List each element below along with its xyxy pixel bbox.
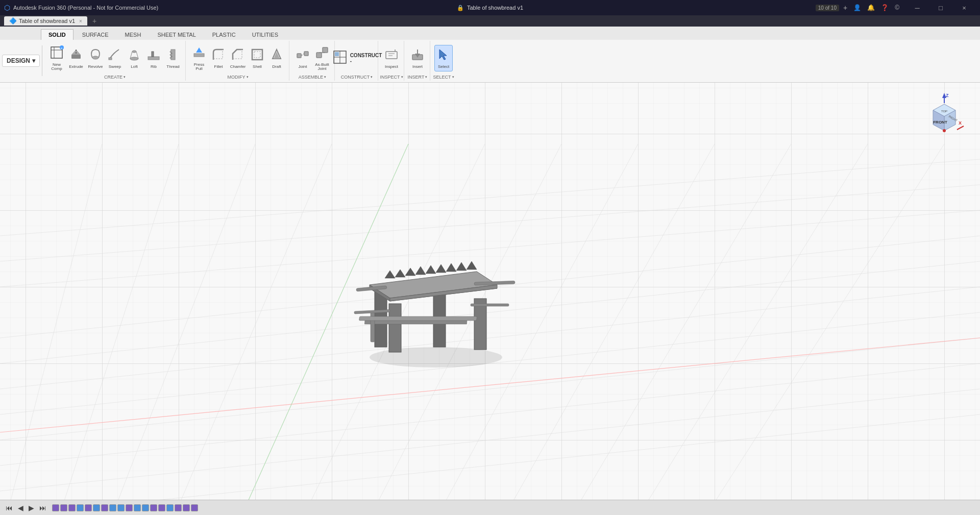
add-tab-button[interactable]: + — [89, 17, 100, 25]
shell-button[interactable]: Shell — [248, 45, 266, 71]
draft-label: Draft — [272, 65, 281, 69]
timeline-marker-7[interactable] — [109, 504, 116, 511]
sweep-label: Sweep — [109, 65, 121, 69]
timeline-marker-12[interactable] — [150, 504, 157, 511]
modify-section-label[interactable]: MODIFY ▾ — [228, 75, 249, 80]
close-button[interactable]: × — [952, 0, 976, 15]
joint-button[interactable]: Joint — [293, 45, 312, 71]
svg-rect-19 — [252, 50, 262, 60]
viewport[interactable]: Z X FRONT RIGHT TOP — [0, 83, 980, 500]
rib-button[interactable]: Rib — [144, 45, 163, 71]
svg-marker-18 — [196, 47, 202, 53]
svg-rect-9 — [109, 58, 112, 60]
timeline-marker-16[interactable] — [183, 504, 190, 511]
timeline-marker-9[interactable] — [126, 504, 133, 511]
revolve-button[interactable]: Revolve — [86, 45, 105, 71]
copyright-icon[interactable]: © — [893, 3, 901, 12]
svg-rect-15 — [152, 52, 154, 57]
tab-table-of-showbread[interactable]: 🔷 Table of showbread v1 × — [4, 16, 87, 26]
svg-marker-86 — [446, 263, 456, 272]
svg-marker-85 — [436, 264, 446, 273]
tab-label: Table of showbread v1 — [19, 18, 75, 24]
select-section-label[interactable]: SELECT ▾ — [433, 75, 454, 80]
3d-object — [344, 209, 538, 374]
svg-rect-26 — [316, 53, 322, 58]
new-component-button[interactable]: + NewComp — [47, 45, 66, 71]
assemble-label-text: ASSEMBLE — [299, 75, 324, 80]
create-label-text: CREATE — [104, 75, 122, 80]
timeline-marker-3[interactable] — [77, 504, 84, 511]
maximize-button[interactable]: □ — [929, 0, 952, 15]
select-section-text: SELECT — [433, 75, 451, 80]
orientation-cube[interactable]: Z X FRONT RIGHT TOP — [924, 93, 965, 134]
fillet-button[interactable]: Fillet — [209, 45, 228, 71]
tab-solid[interactable]: SOLID — [41, 29, 74, 40]
create-section-label[interactable]: CREATE ▾ — [104, 75, 126, 80]
chamfer-button[interactable]: Chamfer — [229, 45, 247, 71]
section-insert: Insert INSERT ▾ — [405, 41, 430, 81]
help-icon[interactable]: ❓ — [879, 3, 891, 12]
shell-label: Shell — [253, 65, 262, 69]
insert-section-label[interactable]: INSERT ▾ — [408, 75, 428, 80]
inspect-icon — [384, 47, 399, 64]
user-icon[interactable]: 👤 — [851, 3, 863, 12]
design-dropdown[interactable]: DESIGN ▾ — [2, 55, 40, 67]
timeline-marker-17[interactable] — [191, 504, 198, 511]
as-built-joint-label: As-BuiltJoint — [315, 63, 329, 72]
tab-surface[interactable]: SURFACE — [75, 29, 116, 40]
bell-icon[interactable]: 🔔 — [865, 3, 877, 12]
timeline-marker-2[interactable] — [68, 504, 76, 511]
timeline-marker-13[interactable] — [158, 504, 165, 511]
svg-marker-81 — [395, 269, 405, 277]
insert-button[interactable]: Insert — [408, 45, 427, 71]
timeline-marker-0[interactable] — [52, 504, 59, 511]
timeline-marker-14[interactable] — [166, 504, 174, 511]
tab-bar: 🔷 Table of showbread v1 × + — [0, 15, 980, 27]
timeline-marker-1[interactable] — [60, 504, 67, 511]
loft-icon — [127, 47, 141, 64]
as-built-joint-button[interactable]: As-BuiltJoint — [313, 45, 331, 71]
loft-label: Loft — [131, 65, 137, 69]
thread-button[interactable]: Thread — [164, 45, 182, 71]
timeline-marker-8[interactable] — [117, 504, 125, 511]
timeline-prev-button[interactable]: ◀ — [16, 503, 25, 513]
inspect-label: Inspect — [385, 65, 398, 69]
tab-plastic[interactable]: PLASTIC — [205, 29, 243, 40]
svg-rect-92 — [471, 304, 509, 306]
tab-mesh[interactable]: MESH — [117, 29, 149, 40]
tab-utilities[interactable]: UTILITIES — [244, 29, 286, 40]
inspect-icons: Inspect — [382, 43, 401, 79]
assemble-section-label[interactable]: ASSEMBLE ▾ — [299, 75, 327, 80]
svg-rect-5 — [71, 55, 81, 59]
extrude-button[interactable]: Extrude — [67, 45, 85, 71]
svg-point-11 — [132, 51, 136, 53]
timeline-marker-10[interactable] — [134, 504, 141, 511]
timeline-marker-5[interactable] — [93, 504, 100, 511]
minimize-button[interactable]: ─ — [905, 0, 929, 15]
inspect-button[interactable]: Inspect — [382, 45, 401, 71]
timeline-play-button[interactable]: ▶ — [27, 503, 36, 513]
inspect-section-label[interactable]: INSPECT ▾ — [380, 75, 403, 80]
press-pull-button[interactable]: PressPull — [190, 45, 208, 71]
timeline-marker-11[interactable] — [142, 504, 149, 511]
timeline-marker-15[interactable] — [175, 504, 182, 511]
tab-sheet-metal[interactable]: SHEET METAL — [150, 29, 203, 40]
timeline-marker-4[interactable] — [85, 504, 92, 511]
timeline-last-button[interactable]: ⏭ — [38, 503, 48, 513]
loft-button[interactable]: Loft — [125, 45, 143, 71]
press-pull-label: PressPull — [194, 63, 204, 72]
inspect-section-text: INSPECT — [380, 75, 400, 80]
svg-rect-14 — [148, 57, 159, 60]
svg-point-104 — [943, 129, 946, 132]
timeline-marker-6[interactable] — [101, 504, 108, 511]
select-icons: Select — [434, 43, 453, 79]
tab-close-button[interactable]: × — [79, 18, 82, 24]
draft-button[interactable]: Draft — [267, 45, 286, 71]
select-button[interactable]: Select — [434, 45, 453, 71]
construct-section-label[interactable]: CONSTRUCT ▾ — [341, 75, 373, 80]
timeline-first-button[interactable]: ⏮ — [4, 503, 14, 513]
modify-label-text: MODIFY — [228, 75, 246, 80]
sweep-button[interactable]: Sweep — [106, 45, 124, 71]
plus-icon[interactable]: + — [841, 3, 849, 13]
construct-button[interactable]: CONSTRUCT - — [339, 45, 375, 71]
